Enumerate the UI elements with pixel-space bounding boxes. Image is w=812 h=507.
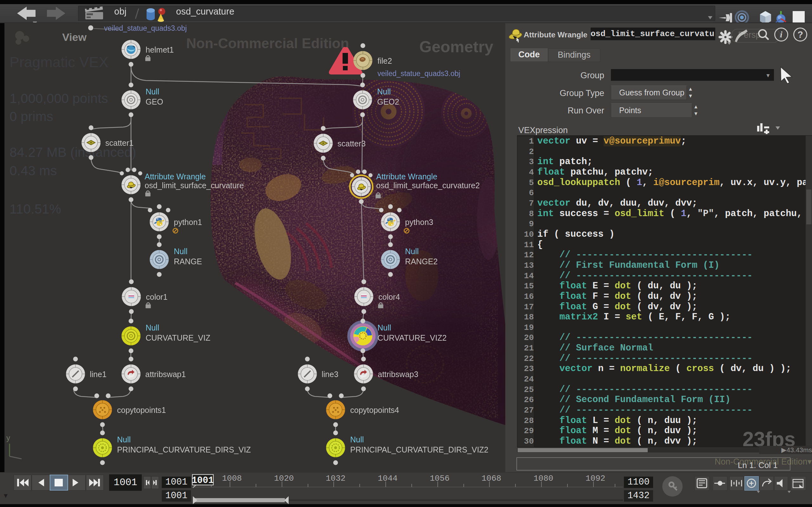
svg-text:Non-Commercial Edition: Non-Commercial Edition	[186, 36, 349, 51]
svg-text:color4: color4	[378, 292, 400, 301]
svg-text:0.43 ms: 0.43 ms	[9, 163, 57, 178]
svg-text:RANGE2: RANGE2	[405, 257, 438, 266]
svg-text:Attribute Wrangle: Attribute Wrangle	[376, 172, 438, 181]
svg-text:veiled_statue_quads3.obj: veiled_statue_quads3.obj	[104, 24, 187, 32]
svg-text:Null: Null	[146, 323, 159, 332]
svg-text:GEO: GEO	[146, 97, 163, 106]
svg-text:Null: Null	[405, 247, 419, 256]
svg-text:attribswap3: attribswap3	[378, 370, 418, 379]
svg-text:Null: Null	[377, 87, 391, 96]
svg-text:GEO2: GEO2	[377, 97, 399, 106]
svg-text:1,000,000 points: 1,000,000 points	[9, 91, 108, 106]
svg-text:CURVATURE_VIZ2: CURVATURE_VIZ2	[377, 333, 447, 342]
svg-text:Null: Null	[174, 247, 188, 256]
svg-text:y: y	[6, 434, 10, 442]
svg-text:RANGE: RANGE	[174, 257, 202, 266]
svg-text:color1: color1	[146, 292, 167, 301]
svg-text:python1: python1	[174, 218, 202, 227]
svg-text:python3: python3	[405, 218, 433, 227]
svg-text:View: View	[62, 31, 87, 43]
svg-text:1001: 1001	[192, 475, 214, 486]
svg-text:Pragmatic VEX: Pragmatic VEX	[9, 54, 108, 70]
svg-text:file2: file2	[377, 56, 392, 65]
svg-text:CURVATURE_VIZ: CURVATURE_VIZ	[146, 333, 210, 342]
svg-text:Null: Null	[146, 87, 159, 96]
svg-text:line3: line3	[322, 370, 339, 379]
svg-text:scatter1: scatter1	[105, 138, 134, 147]
svg-text:110.51%: 110.51%	[9, 202, 61, 216]
svg-text:osd_limit_surface_curvature2: osd_limit_surface_curvature2	[376, 181, 480, 190]
svg-text:Null: Null	[377, 323, 391, 332]
svg-text:Null: Null	[117, 435, 131, 444]
svg-text:copytopoints1: copytopoints1	[117, 406, 166, 414]
svg-text:Geometry: Geometry	[419, 38, 494, 56]
svg-text:veiled_statue_quads3.obj: veiled_statue_quads3.obj	[377, 69, 460, 78]
svg-text:copytopoints4: copytopoints4	[350, 406, 399, 414]
svg-text:line1: line1	[90, 370, 107, 379]
svg-text:0 prims: 0 prims	[9, 109, 53, 124]
svg-text:scatter3: scatter3	[338, 139, 366, 148]
svg-text:PRINCIPAL_CURVATURE_DIRS_VIZ: PRINCIPAL_CURVATURE_DIRS_VIZ	[117, 445, 251, 454]
svg-text:PRINCIPAL_CURVATURE_DIRS_VIZ2: PRINCIPAL_CURVATURE_DIRS_VIZ2	[350, 445, 489, 454]
svg-text:osd_limit_surface_curvature: osd_limit_surface_curvature	[145, 181, 244, 190]
svg-text:Attribute Wrangle: Attribute Wrangle	[145, 172, 206, 181]
svg-text:helmet1: helmet1	[146, 45, 174, 54]
svg-text:Null: Null	[350, 435, 364, 444]
svg-text:attribswap1: attribswap1	[145, 370, 186, 379]
